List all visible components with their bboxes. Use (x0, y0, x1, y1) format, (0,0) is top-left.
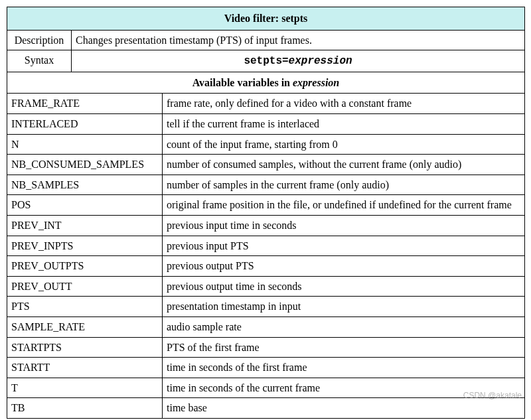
var-name: STARTT (7, 358, 163, 378)
var-row: TB time base (7, 398, 525, 419)
filter-table: Video filter: setpts Description Changes… (7, 7, 525, 419)
var-row: N count of the input frame, starting fro… (7, 134, 525, 155)
var-row: PTS presentation timestamp in input (7, 297, 525, 317)
var-name: T (7, 378, 163, 398)
var-desc: original frame position in the file, or … (163, 195, 525, 216)
syntax-code: setpts= (244, 55, 288, 67)
var-name: STARTPTS (7, 337, 163, 358)
var-name: N (7, 134, 163, 155)
var-name: INTERLACED (7, 113, 163, 134)
table-title-row: Video filter: setpts (7, 7, 525, 31)
var-name: PREV_OUTPTS (7, 256, 163, 277)
var-name: FRAME_RATE (7, 94, 163, 114)
var-name: PREV_INPTS (7, 236, 163, 256)
var-name: TB (7, 398, 163, 419)
var-name: PREV_OUTT (7, 276, 163, 297)
var-desc: tell if the current frame is interlaced (163, 113, 525, 134)
var-desc: previous input PTS (163, 236, 525, 256)
syntax-label: Syntax (7, 50, 72, 72)
syntax-value: setpts=expression (72, 50, 525, 72)
vars-header: Available variables in expression (7, 72, 525, 94)
var-name: PREV_INT (7, 215, 163, 236)
var-desc: presentation timestamp in input (163, 297, 525, 317)
var-row: PREV_INT previous input time in seconds (7, 215, 525, 236)
var-desc: frame rate, only defined for a video wit… (163, 94, 525, 114)
description-label: Description (7, 30, 72, 50)
var-desc: audio sample rate (163, 316, 525, 337)
var-row: FRAME_RATE frame rate, only defined for … (7, 94, 525, 114)
var-desc: time base (163, 398, 525, 419)
var-desc: previous output PTS (163, 256, 525, 277)
syntax-expression: expression (289, 55, 352, 67)
vars-header-row: Available variables in expression (7, 72, 525, 94)
var-desc: time in seconds of the first frame (163, 358, 525, 378)
table-title: Video filter: setpts (7, 7, 525, 31)
var-name: PTS (7, 297, 163, 317)
var-row: PREV_OUTT previous output time in second… (7, 276, 525, 297)
var-row: PREV_INPTS previous input PTS (7, 236, 525, 256)
syntax-row: Syntax setpts=expression (7, 50, 525, 72)
var-row: INTERLACED tell if the current frame is … (7, 113, 525, 134)
description-row: Description Changes presentation timesta… (7, 30, 525, 50)
var-row: STARTT time in seconds of the first fram… (7, 358, 525, 378)
vars-header-expr: expression (293, 77, 339, 88)
var-desc: time in seconds of the current frame (163, 378, 525, 398)
var-desc: number of consumed samples, without the … (163, 155, 525, 175)
var-row: NB_SAMPLES number of samples in the curr… (7, 175, 525, 195)
var-desc: previous output time in seconds (163, 276, 525, 297)
var-row: STARTPTS PTS of the first frame (7, 337, 525, 358)
var-desc: previous input time in seconds (163, 215, 525, 236)
var-desc: number of samples in the current frame (… (163, 175, 525, 195)
var-row: NB_CONSUMED_SAMPLES number of consumed s… (7, 155, 525, 175)
var-desc: count of the input frame, starting from … (163, 134, 525, 155)
var-row: SAMPLE_RATE audio sample rate (7, 316, 525, 337)
var-desc: PTS of the first frame (163, 337, 525, 358)
description-value: Changes presentation timestamp (PTS) of … (72, 30, 525, 50)
var-row: POS original frame position in the file,… (7, 195, 525, 216)
var-row: PREV_OUTPTS previous output PTS (7, 256, 525, 277)
var-name: NB_CONSUMED_SAMPLES (7, 155, 163, 175)
var-name: POS (7, 195, 163, 216)
var-name: SAMPLE_RATE (7, 316, 163, 337)
var-name: NB_SAMPLES (7, 175, 163, 195)
var-row: T time in seconds of the current frame (7, 378, 525, 398)
vars-header-text: Available variables in (192, 77, 293, 88)
